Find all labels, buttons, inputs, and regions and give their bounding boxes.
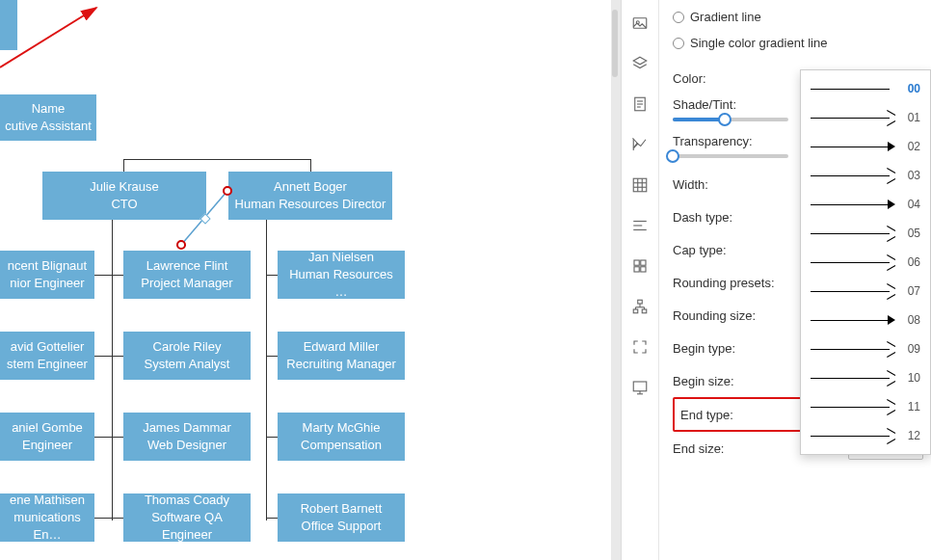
line-end-option-number: 11: [903, 400, 920, 413]
node-name: Lawrence Flint: [127, 257, 247, 275]
org-node[interactable]: James Dammar Web Designer: [123, 413, 251, 461]
fullscreen-icon[interactable]: [626, 333, 653, 360]
image-icon[interactable]: [626, 10, 653, 37]
svg-rect-17: [641, 260, 646, 265]
panel-splitter[interactable]: [611, 0, 621, 560]
org-node[interactable]: Robert Barnett Office Support: [278, 493, 405, 542]
align-icon[interactable]: [626, 212, 653, 239]
radio-icon: [673, 38, 684, 49]
svg-rect-18: [634, 267, 639, 272]
connector: [112, 356, 123, 357]
diagram-canvas[interactable]: Name cutive Assistant Julie Krause CTO A…: [0, 0, 611, 560]
node-title: Human Resources Director: [232, 196, 388, 213]
transparency-slider[interactable]: [673, 154, 788, 158]
org-node[interactable]: Thomas Coady Software QA Engineer: [123, 493, 251, 542]
node-name: Annett Boger: [232, 178, 388, 196]
node-title: Human Resources …: [281, 266, 401, 299]
org-node[interactable]: avid Gottelier stem Engineer: [0, 332, 94, 380]
line-end-option-number: 00: [903, 82, 920, 95]
line-end-option-number: 08: [903, 313, 920, 327]
svg-rect-19: [641, 267, 646, 272]
line-end-option[interactable]: 01: [801, 103, 930, 132]
shade-slider[interactable]: [673, 118, 788, 121]
svg-rect-8: [633, 178, 647, 192]
radio-single-color-line[interactable]: Single color gradient line: [673, 36, 931, 50]
line-end-option-number: 04: [903, 198, 920, 211]
org-node[interactable]: aniel Gombe Engineer: [0, 413, 94, 461]
node-name: Julie Krause: [46, 178, 202, 196]
org-node[interactable]: ene Mathisen munications En…: [0, 493, 94, 542]
connector: [123, 159, 310, 160]
line-end-option[interactable]: 08: [801, 306, 930, 334]
node-title: Compensation: [281, 437, 401, 454]
node-title: System Analyst: [127, 356, 247, 373]
connector: [123, 159, 124, 172]
node-name: Carole Riley: [127, 338, 247, 356]
radio-label: Gradient line: [690, 10, 761, 24]
org-node[interactable]: Annett Boger Human Resources Director: [228, 172, 392, 220]
connector: [266, 275, 278, 276]
radio-label: Single color gradient line: [690, 36, 827, 50]
connector: [112, 518, 123, 519]
org-node[interactable]: Name cutive Assistant: [0, 94, 96, 141]
present-icon[interactable]: [626, 374, 653, 401]
node-title: munications En…: [4, 509, 91, 542]
node-name: ncent Blignaut: [4, 257, 91, 275]
node-title: nior Engineer: [4, 275, 91, 292]
org-node[interactable]: Edward Miller Recruiting Manager: [278, 332, 405, 380]
node-name: Robert Barnett: [281, 500, 401, 518]
connector: [266, 356, 278, 357]
connector-endpoint-handle[interactable]: [223, 186, 232, 196]
line-end-option[interactable]: 09: [801, 334, 930, 363]
document-icon[interactable]: [626, 91, 653, 118]
connector: [112, 275, 123, 276]
connector: [94, 356, 112, 357]
svg-rect-22: [642, 309, 647, 313]
svg-rect-20: [638, 300, 643, 304]
line-end-option[interactable]: 04: [801, 190, 930, 219]
connector: [94, 275, 112, 276]
node-title: Web Designer: [127, 437, 247, 454]
node-name: Name: [4, 100, 93, 118]
node-title: cutive Assistant: [4, 118, 93, 135]
line-end-option[interactable]: 12: [801, 421, 930, 450]
line-end-option[interactable]: 10: [801, 363, 930, 392]
line-end-option[interactable]: 05: [801, 219, 930, 248]
node-title: CTO: [46, 196, 202, 213]
app-root: Name cutive Assistant Julie Krause CTO A…: [0, 0, 931, 560]
line-end-option[interactable]: 07: [801, 277, 930, 306]
org-node[interactable]: Lawrence Flint Project Manager: [123, 251, 251, 299]
connector: [123, 220, 124, 229]
line-end-option-number: 01: [903, 111, 920, 124]
node-title: Recruiting Manager: [281, 356, 401, 373]
node-title: Project Manager: [127, 275, 247, 292]
line-end-popover[interactable]: 00010203040506070809101112: [800, 69, 931, 455]
node-name: Jan Nielsen: [281, 251, 401, 266]
org-node[interactable]: [0, 0, 17, 50]
connector-endpoint-handle[interactable]: [176, 240, 186, 250]
line-end-option[interactable]: 02: [801, 132, 930, 161]
callout-arrow: [0, 0, 116, 77]
radio-gradient-line[interactable]: Gradient line: [673, 10, 931, 24]
org-node[interactable]: Carole Riley System Analyst: [123, 332, 251, 380]
grid-icon[interactable]: [626, 172, 653, 199]
org-node[interactable]: Julie Krause CTO: [42, 172, 206, 220]
node-title: Software QA Engineer: [127, 509, 247, 542]
org-node[interactable]: ncent Blignaut nior Engineer: [0, 251, 94, 299]
org-node[interactable]: Marty McGhie Compensation: [278, 413, 405, 461]
node-title: stem Engineer: [4, 356, 91, 373]
orgchart-icon[interactable]: [626, 293, 653, 320]
arrange-icon[interactable]: [626, 253, 653, 280]
node-name: ene Mathisen: [4, 493, 91, 509]
line-end-option[interactable]: 11: [801, 392, 930, 421]
node-name: avid Gottelier: [4, 338, 91, 356]
line-end-option[interactable]: 00: [801, 74, 930, 103]
org-node[interactable]: Jan Nielsen Human Resources …: [278, 251, 405, 299]
chart-icon[interactable]: [626, 131, 653, 158]
connector: [112, 437, 123, 438]
tool-iconrail: [621, 0, 659, 560]
line-end-option[interactable]: 03: [801, 161, 930, 190]
layers-icon[interactable]: [626, 50, 653, 77]
node-name: aniel Gombe: [4, 419, 91, 437]
line-end-option[interactable]: 06: [801, 248, 930, 277]
